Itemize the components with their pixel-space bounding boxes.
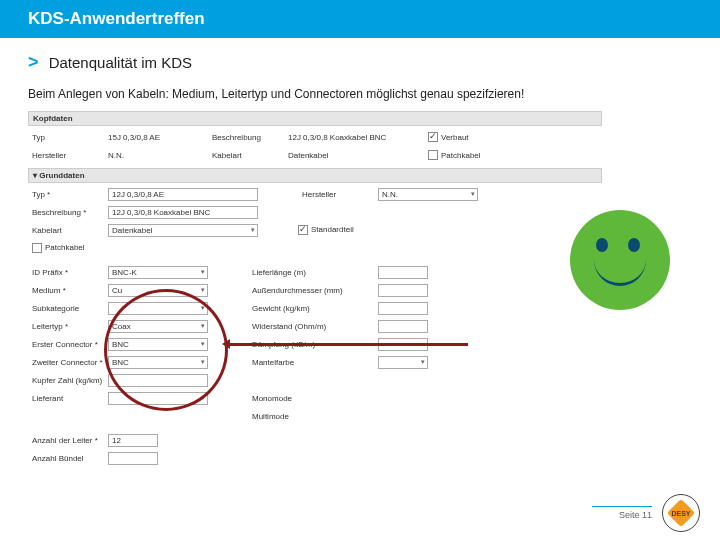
input-kupferzahl[interactable] — [108, 374, 208, 387]
input-gewicht[interactable] — [378, 302, 428, 315]
slide-header: KDS-Anwendertreffen — [0, 0, 720, 38]
label-g-typ: Typ * — [28, 190, 108, 199]
input-lieferlange[interactable] — [378, 266, 428, 279]
label-lieferlange: Lieferlänge (m) — [248, 268, 378, 277]
smiley-eye-right — [628, 238, 640, 252]
input-anzahl-bundel[interactable] — [108, 452, 158, 465]
arrow-icon — [228, 343, 468, 346]
kopfdaten-header: Kopfdaten — [28, 111, 602, 126]
label-subkategorie: Subkategorie — [28, 304, 108, 313]
input-zweiter-connector[interactable]: BNC▾ — [108, 356, 208, 369]
label-kupferzahl: Kupfer Zahl (kg/km) — [28, 376, 108, 385]
input-aussendurchmesser[interactable] — [378, 284, 428, 297]
checkbox-patchkabel-hdr[interactable] — [428, 150, 438, 160]
label-leitertyp: Leitertyp * — [28, 322, 108, 331]
label-typ: Typ — [28, 133, 108, 142]
input-widerstand[interactable] — [378, 320, 428, 333]
value-beschreibung: 12J 0,3/0,8 Koaxkabel BNC — [288, 133, 428, 142]
slide-title: KDS-Anwendertreffen — [28, 9, 205, 28]
input-leitertyp[interactable]: Coax▾ — [108, 320, 208, 333]
input-g-typ[interactable]: 12J 0,3/0,8 AE — [108, 188, 258, 201]
label-monomode: Monomode — [248, 394, 378, 403]
label-verbaut: Verbaut — [441, 133, 469, 142]
input-g-kabelart[interactable]: Datenkabel▾ — [108, 224, 258, 237]
smiley-mouth — [594, 254, 646, 286]
label-gewicht: Gewicht (kg/km) — [248, 304, 378, 313]
smiley-eye-left — [596, 238, 608, 252]
input-mantelfarbe[interactable]: ▾ — [378, 356, 428, 369]
label-g-beschreibung: Beschreibung * — [28, 208, 108, 217]
chevron-right-icon: > — [28, 52, 39, 72]
input-idprafix[interactable]: BNC-K▾ — [108, 266, 208, 279]
page-number: Seite 11 — [592, 506, 652, 520]
input-anzahl-leiter[interactable]: 12 — [108, 434, 158, 447]
value-hersteller: N.N. — [108, 151, 208, 160]
label-erster-connector: Erster Connector * — [28, 340, 108, 349]
label-anzahl-bundel: Anzahl Bündel — [28, 454, 108, 463]
form-screenshot: Kopfdaten Typ 15J 0,3/0,8 AE Beschreibun… — [28, 111, 602, 467]
label-kabelart: Kabelart — [208, 151, 288, 160]
label-medium: Medium * — [28, 286, 108, 295]
label-patchkabel-hdr: Patchkabel — [441, 151, 481, 160]
value-typ: 15J 0,3/0,8 AE — [108, 133, 208, 142]
label-idprafix: ID Präfix * — [28, 268, 108, 277]
input-g-beschreibung[interactable]: 12J 0,3/0,8 Koaxkabel BNC — [108, 206, 258, 219]
smiley-icon — [570, 210, 670, 310]
slide-footer: Seite 11 DESY — [592, 494, 700, 532]
label-hersteller: Hersteller — [28, 151, 108, 160]
grunddaten-header: ▾ Grunddaten — [28, 168, 602, 183]
section-title-text: Datenqualität im KDS — [49, 54, 192, 71]
input-lieferant[interactable]: ▾ — [108, 392, 208, 405]
label-zweiter-connector: Zweiter Connector * — [28, 358, 108, 367]
label-anzahl-leiter: Anzahl der Leiter * — [28, 436, 108, 445]
value-kabelart: Datenkabel — [288, 151, 428, 160]
label-standardteil: Standardteil — [311, 225, 354, 234]
label-g-hersteller: Hersteller — [298, 190, 378, 199]
input-subkategorie[interactable]: ▾ — [108, 302, 208, 315]
input-g-hersteller[interactable]: N.N.▾ — [378, 188, 478, 201]
label-g-kabelart: Kabelart — [28, 226, 108, 235]
checkbox-verbaut[interactable] — [428, 132, 438, 142]
label-beschreibung: Beschreibung — [208, 133, 288, 142]
label-patchkabel: Patchkabel — [45, 243, 85, 252]
label-widerstand: Widerstand (Ohm/m) — [248, 322, 378, 331]
section-description: Beim Anlegen von Kabeln: Medium, Leitert… — [28, 87, 692, 101]
label-mantelfarbe: Mantelfarbe — [248, 358, 378, 367]
checkbox-patchkabel[interactable] — [32, 243, 42, 253]
label-lieferant: Lieferant — [28, 394, 108, 403]
input-medium[interactable]: Cu▾ — [108, 284, 208, 297]
desy-logo: DESY — [662, 494, 700, 532]
checkbox-standardteil[interactable] — [298, 225, 308, 235]
section-heading: > Datenqualität im KDS — [28, 52, 692, 73]
input-erster-connector[interactable]: BNC▾ — [108, 338, 208, 351]
label-aussendurchmesser: Außendurchmesser (mm) — [248, 286, 378, 295]
label-multimode: Multimode — [248, 412, 378, 421]
